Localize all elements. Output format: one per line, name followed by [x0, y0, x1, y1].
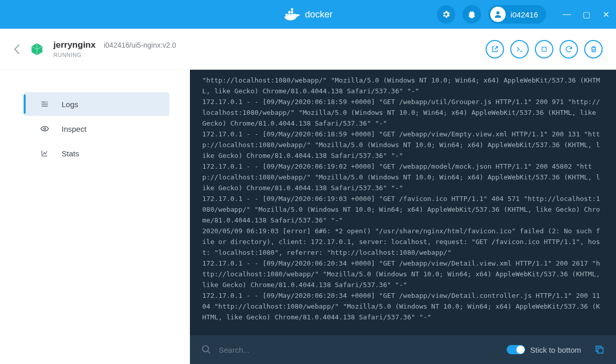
top-bar: docker i042416 — ▢ ✕ — [0, 0, 616, 29]
container-actions — [486, 40, 603, 58]
tab-inspect[interactable]: Inspect — [24, 117, 169, 140]
cli-button[interactable] — [510, 40, 529, 58]
open-external-icon — [491, 45, 499, 53]
trash-icon — [590, 45, 598, 53]
stick-to-bottom: Stick to bottom — [507, 345, 581, 354]
restart-icon — [565, 45, 573, 53]
back-button[interactable] — [13, 44, 21, 55]
maximize-button[interactable]: ▢ — [582, 10, 590, 19]
container-header: jerrynginx i042416/ui5-nginx:v2.0 RUNNIN… — [0, 29, 616, 70]
window-controls: — ▢ ✕ — [563, 10, 610, 19]
stick-toggle[interactable] — [507, 345, 525, 354]
eye-icon — [40, 125, 49, 132]
svg-point-10 — [203, 346, 209, 352]
settings-button[interactable] — [437, 5, 455, 24]
svg-rect-6 — [291, 8, 293, 10]
container-name: jerrynginx — [53, 40, 95, 50]
search-input[interactable] — [219, 346, 499, 354]
tab-logs[interactable]: Logs — [24, 92, 169, 116]
gear-icon — [441, 10, 451, 19]
user-menu[interactable]: i042416 — [488, 5, 546, 24]
troubleshoot-button[interactable] — [463, 5, 481, 24]
brand: docker — [283, 7, 333, 22]
restart-button[interactable] — [560, 40, 578, 58]
tab-stats-label: Stats — [62, 149, 79, 158]
tab-stats[interactable]: Stats — [24, 141, 169, 165]
svg-point-9 — [44, 128, 46, 130]
user-id: i042416 — [511, 10, 538, 19]
topbar-right: i042416 — ▢ ✕ — [437, 5, 610, 24]
svg-rect-4 — [288, 11, 291, 13]
container-image: i042416/ui5-nginx:v2.0 — [104, 41, 176, 49]
logs-icon — [40, 100, 49, 108]
minimize-button[interactable]: — — [563, 10, 571, 19]
container-status: RUNNING — [53, 52, 176, 58]
svg-rect-0 — [285, 14, 287, 16]
stick-label: Stick to bottom — [530, 346, 581, 354]
open-browser-button[interactable] — [486, 40, 504, 58]
main: Logs Inspect Stats "http://localhost:108… — [0, 70, 616, 364]
delete-button[interactable] — [584, 40, 603, 58]
terminal-icon — [515, 45, 524, 53]
svg-point-7 — [496, 11, 499, 14]
sidebar: Logs Inspect Stats — [0, 70, 190, 364]
tab-inspect-label: Inspect — [62, 125, 86, 133]
svg-rect-8 — [542, 47, 546, 51]
svg-rect-11 — [598, 348, 603, 353]
whale-icon — [283, 7, 301, 22]
container-icon — [30, 42, 44, 56]
avatar-icon — [490, 7, 506, 22]
stats-icon — [40, 149, 49, 157]
svg-rect-5 — [291, 11, 293, 13]
log-footer: Stick to bottom — [190, 335, 616, 364]
bug-icon — [467, 10, 476, 19]
stop-button[interactable] — [535, 40, 553, 58]
brand-name: docker — [305, 9, 333, 20]
close-button[interactable]: ✕ — [602, 10, 610, 19]
search-icon — [201, 345, 211, 355]
stop-icon — [541, 46, 548, 53]
copy-button[interactable] — [594, 345, 605, 355]
log-panel: "http://localhost:1080/webapp/" "Mozilla… — [190, 70, 616, 364]
tab-logs-label: Logs — [62, 100, 79, 109]
log-output[interactable]: "http://localhost:1080/webapp/" "Mozilla… — [190, 70, 616, 335]
